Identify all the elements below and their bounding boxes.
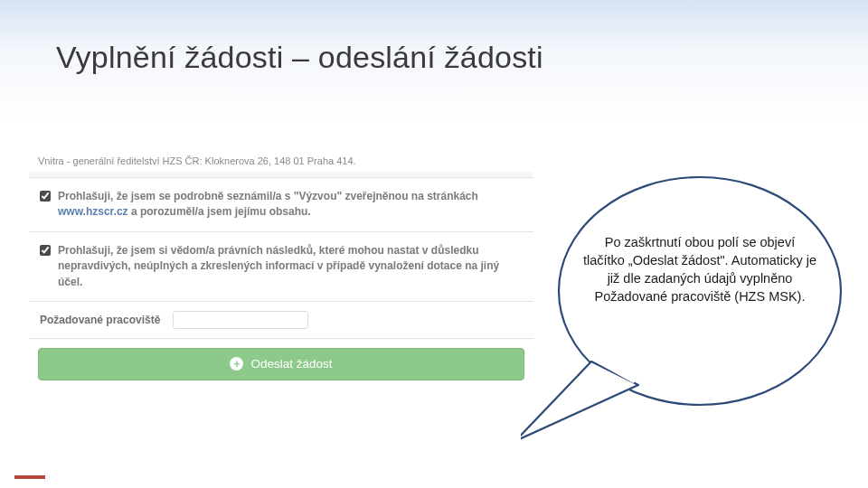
workplace-label: Požadované pracoviště xyxy=(40,314,160,326)
accent-bar xyxy=(14,475,45,479)
declaration-row-1: Prohlašuji, že jsem se podrobně seznámil… xyxy=(29,177,533,231)
submit-button[interactable]: + Odeslat žádost xyxy=(38,348,524,380)
submit-row: + Odeslat žádost xyxy=(29,338,533,391)
speech-bubble-text: Po zaškrtnutí obou polí se objeví tlačít… xyxy=(582,233,817,305)
declaration-text-2: Prohlašuji, že jsem si vědom/a právních … xyxy=(58,243,523,290)
declaration-1-part-a: Prohlašuji, že jsem se podrobně seznámil… xyxy=(58,190,478,202)
form-screenshot: Vnitra - generální ředitelství HZS ČR: K… xyxy=(29,152,533,391)
workplace-field[interactable] xyxy=(173,311,308,329)
workplace-row: Požadované pracoviště xyxy=(29,301,533,338)
declaration-1-part-b: a porozuměl/a jsem jejímu obsahu. xyxy=(128,205,311,218)
declaration-checkbox-1[interactable] xyxy=(40,191,51,202)
speech-bubble-shape xyxy=(521,155,846,463)
declaration-text-1: Prohlašuji, že jsem se podrobně seznámil… xyxy=(58,189,523,221)
plus-circle-icon: + xyxy=(230,357,243,371)
declaration-1-link[interactable]: www.hzscr.cz xyxy=(58,205,128,218)
submit-button-label: Odeslat žádost xyxy=(250,357,332,371)
speech-bubble: Po zaškrtnutí obou polí se objeví tlačít… xyxy=(521,155,846,463)
declaration-row-2: Prohlašuji, že jsem si vědom/a právních … xyxy=(29,231,533,301)
slide-title: Vyplnění žádosti – odeslání žádosti xyxy=(56,40,543,75)
declaration-checkbox-2[interactable] xyxy=(40,245,51,256)
address-strip: Vnitra - generální ředitelství HZS ČR: K… xyxy=(29,152,533,177)
